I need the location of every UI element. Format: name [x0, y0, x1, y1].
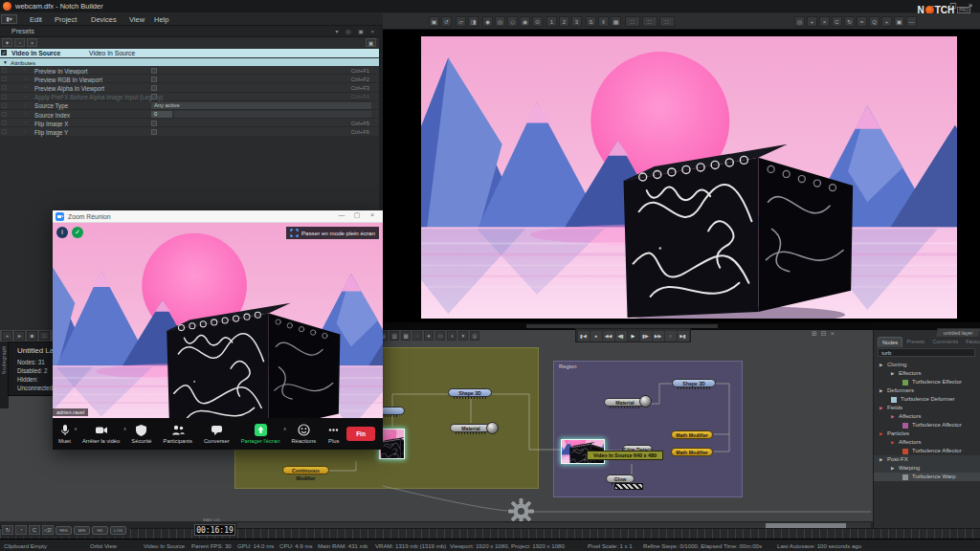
keyframe-icon[interactable]: ○ [24, 84, 27, 90]
half-speed-icon[interactable]: ◔ [15, 525, 27, 535]
security-button[interactable]: Sécurité [125, 424, 157, 444]
menu-view[interactable]: View [129, 15, 145, 24]
timeline-ruler[interactable] [0, 528, 980, 539]
filter-icon[interactable]: ▼ [2, 38, 12, 47]
snap-tool-icon[interactable]: ⊙ [532, 16, 543, 27]
view-3-icon[interactable]: 3 [571, 16, 582, 27]
node-math-modifier[interactable]: Math Modifier [671, 448, 713, 456]
record-button[interactable]: ● [590, 331, 602, 342]
zoom-view-icon[interactable]: + [881, 16, 892, 27]
menu-project[interactable]: Project [55, 15, 77, 24]
node-enabled-checkbox[interactable]: ✓ [1, 50, 7, 55]
checkbox[interactable] [151, 77, 157, 82]
tree-leaf-selected[interactable]: Turbulence Warp [874, 473, 980, 481]
checkbox[interactable] [151, 121, 157, 126]
loop-button[interactable]: ○ [665, 331, 677, 342]
tree-leaf[interactable]: Turbulence Deformer [874, 395, 980, 404]
clear-filter-icon[interactable]: × [27, 38, 37, 47]
view-2-icon[interactable]: 2 [559, 16, 569, 27]
panel-header-icons[interactable]: ▾ ◎ ▣ × [336, 28, 377, 34]
timecode-display[interactable]: 00:16:19 [194, 524, 235, 536]
chat-button[interactable]: Converser [198, 424, 235, 444]
collapse-view-icon[interactable]: — [906, 16, 917, 27]
stop-video-button[interactable]: Arrêter la vidéo∧ [77, 424, 125, 444]
gear-icon[interactable] [508, 498, 534, 524]
jump-end-button[interactable]: ▶▮ [678, 331, 689, 342]
attribute-row[interactable]: ○ Preview Alpha In Viewport Ctrl+F3 [0, 83, 379, 92]
collapse-arrow-icon[interactable]: ▼ [3, 59, 8, 65]
node-continuous-modifier[interactable]: Continuous Modifier [282, 466, 329, 474]
attribute-row[interactable]: ○ Source Index 0 [0, 110, 379, 119]
attribute-row[interactable]: ○ Flip Image Y Ctrl+F6 [0, 127, 379, 136]
camera-tool-icon[interactable]: ◆ [482, 16, 493, 27]
step-forward-button[interactable]: ▮▶ [640, 331, 652, 342]
tree-group[interactable]: ▶Post-FX [874, 455, 980, 464]
orbit-tool-icon[interactable]: ↺ [441, 16, 452, 27]
keyframe-icon[interactable]: ○ [24, 76, 27, 81]
more-button[interactable]: Plus [322, 424, 345, 444]
tree-leaf[interactable]: Turbulence Affector [874, 421, 980, 430]
node-shape3d[interactable]: Shape 3D [448, 388, 492, 397]
tree-group[interactable]: ▶Cloning [874, 361, 980, 369]
mute-button[interactable]: Muet∧ [53, 424, 77, 444]
hd-button[interactable]: HD [92, 526, 108, 535]
keyframe-icon[interactable]: ○ [24, 120, 27, 125]
keyframe-icon[interactable]: ○ [24, 67, 27, 73]
res-button[interactable]: RES [56, 526, 72, 535]
view-s-icon[interactable]: S [586, 16, 596, 27]
tab-presets[interactable]: Presets [902, 337, 928, 347]
keyframe-icon[interactable]: ○ [24, 128, 27, 134]
keyframe-icon[interactable]: ○ [24, 111, 27, 117]
keyframe-icon[interactable]: ○ [24, 102, 27, 108]
checkbox[interactable] [151, 68, 157, 74]
tree-group[interactable]: ▶Affectors [874, 412, 980, 421]
attribute-row[interactable]: ○ Flip Image X Ctrl+F5 [0, 119, 379, 127]
selected-node-row[interactable]: ✓ Video In Source Video In Source [0, 49, 379, 57]
fit-view-icon[interactable]: + [807, 16, 817, 27]
grid-view-icon[interactable]: ▦ [611, 16, 621, 27]
source-index-slider[interactable] [174, 111, 371, 118]
pan-tool-icon[interactable]: ▱ [456, 16, 466, 27]
view-1-icon[interactable]: 1 [546, 16, 557, 27]
fullscreen-button[interactable]: Passer en mode plein écran [286, 227, 379, 239]
nodegraph-toolbar[interactable]: ▤▥▦ ·●▭ ◑▾◎ [378, 331, 479, 342]
clock-icon[interactable]: ◔ [14, 38, 25, 47]
split-view-icon[interactable]: ‖ [598, 16, 609, 27]
participants-button[interactable]: Participants [158, 424, 198, 444]
source-type-dropdown[interactable]: Any active [151, 102, 371, 109]
channel-preview-icons[interactable]: ∷ [625, 16, 640, 27]
rewind-button[interactable]: ◀◀ [603, 331, 614, 342]
source-index-field[interactable]: 0 [151, 111, 172, 118]
tree-group[interactable]: ▶Particles [874, 430, 980, 438]
move-tool-icon[interactable]: ◨ [468, 16, 479, 27]
loop-mode-icon[interactable]: ↻ [2, 525, 13, 535]
zoom-minimize-button[interactable]: — [335, 211, 348, 218]
attribute-row[interactable]: ○ Preview In Viewport Ctrl+F1 [0, 66, 379, 75]
timeline-scrollbar[interactable] [237, 521, 871, 528]
scale-tool-icon[interactable]: ◇ [507, 16, 518, 27]
channel-preview-icons[interactable]: ∷ [642, 16, 657, 27]
tree-group[interactable]: ▶Fields [874, 404, 980, 412]
checkbox[interactable] [151, 129, 157, 135]
attribute-row[interactable]: ○ Source Type Any active [0, 101, 379, 110]
meeting-info-icon[interactable]: i [56, 227, 68, 238]
tab-comments[interactable]: Comments [928, 337, 962, 347]
refresh-icon[interactable]: ↻ [844, 16, 855, 27]
share-screen-button[interactable]: Partager l'écran∧ [235, 424, 286, 444]
step-back-button[interactable]: ◀▮ [615, 331, 627, 342]
curve-icon[interactable]: C [29, 525, 40, 535]
camera-c-icon[interactable]: C [832, 16, 842, 27]
channel-preview-icons[interactable]: ∷ [659, 16, 675, 27]
select-tool-icon[interactable]: ▣ [429, 16, 439, 27]
checkbox[interactable] [151, 85, 157, 91]
close-view-icon[interactable]: × [819, 16, 830, 27]
gizmo-tool-icon[interactable]: ◉ [520, 16, 530, 27]
encryption-shield-icon[interactable]: ✓ [72, 227, 83, 238]
node-feedback-thumbnail[interactable] [379, 429, 405, 459]
reset-view-icon[interactable]: ◎ [794, 16, 805, 27]
equal-icon[interactable]: = [857, 16, 867, 27]
log-button[interactable]: LOG [110, 526, 126, 535]
attribute-row[interactable]: ○ Preview RGB In Viewport Ctrl+F2 [0, 75, 379, 83]
reactions-button[interactable]: Réactions [285, 424, 322, 444]
zoom-titlebar[interactable]: Zoom Réunion — ▢ × [53, 210, 383, 223]
